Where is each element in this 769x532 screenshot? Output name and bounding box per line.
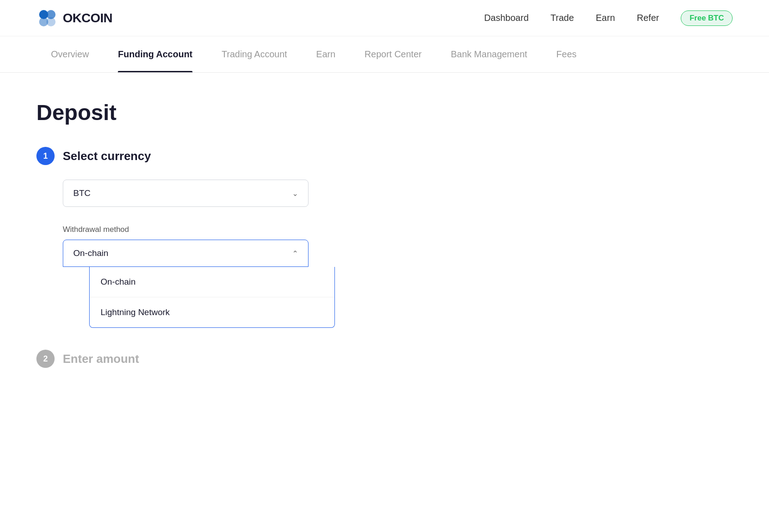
logo-text: OKCOIN — [63, 11, 112, 25]
withdrawal-option-on-chain[interactable]: On-chain — [90, 267, 334, 297]
currency-dropdown-value: BTC — [73, 188, 91, 198]
svg-point-3 — [46, 17, 56, 26]
header: OKCOIN Dashboard Trade Earn Refer Free B… — [0, 0, 769, 36]
sub-nav-trading-account[interactable]: Trading Account — [207, 36, 302, 72]
free-btc-button[interactable]: Free BTC — [681, 10, 733, 26]
step-1-number: 1 — [36, 147, 55, 165]
sub-nav-funding-account[interactable]: Funding Account — [103, 36, 207, 72]
step-2-header: 2 Enter amount — [36, 350, 373, 368]
withdrawal-method-chevron-icon: ⌃ — [292, 249, 298, 258]
sub-nav-bank-management[interactable]: Bank Management — [436, 36, 542, 72]
sub-nav-overview[interactable]: Overview — [36, 36, 103, 72]
sub-nav: Overview Funding Account Trading Account… — [0, 36, 769, 73]
withdrawal-method-section: Withdrawal method On-chain ⌃ On-chain Li… — [36, 225, 373, 328]
main-content: Deposit 1 Select currency BTC ⌄ Withdraw… — [0, 73, 410, 417]
logo-area: OKCOIN — [36, 7, 112, 29]
step-1-header: 1 Select currency — [36, 147, 373, 165]
okcoin-logo-icon — [36, 7, 58, 29]
currency-dropdown-chevron-icon: ⌄ — [292, 189, 298, 198]
nav-dashboard[interactable]: Dashboard — [484, 13, 529, 23]
step-2-number: 2 — [36, 350, 55, 368]
step-2-label: Enter amount — [63, 352, 139, 366]
nav-earn[interactable]: Earn — [596, 13, 615, 23]
step-1-label: Select currency — [63, 149, 151, 163]
withdrawal-method-dropdown-wrapper: On-chain ⌃ On-chain Lightning Network — [63, 240, 373, 328]
currency-dropdown-container: BTC ⌄ — [63, 180, 373, 207]
withdrawal-option-lightning-network[interactable]: Lightning Network — [90, 297, 334, 327]
nav-refer[interactable]: Refer — [637, 13, 659, 23]
withdrawal-method-label: Withdrawal method — [63, 225, 373, 234]
currency-dropdown[interactable]: BTC ⌄ — [63, 180, 309, 207]
sub-nav-earn[interactable]: Earn — [302, 36, 350, 72]
page-title: Deposit — [36, 100, 373, 125]
sub-nav-fees[interactable]: Fees — [542, 36, 591, 72]
withdrawal-method-value: On-chain — [73, 248, 108, 258]
sub-nav-report-center[interactable]: Report Center — [350, 36, 436, 72]
withdrawal-method-dropdown[interactable]: On-chain ⌃ — [63, 240, 309, 267]
nav-trade[interactable]: Trade — [551, 13, 574, 23]
step-2-section: 2 Enter amount — [36, 350, 373, 368]
step-1-section: 1 Select currency BTC ⌄ Withdrawal metho… — [36, 147, 373, 328]
withdrawal-method-menu: On-chain Lightning Network — [89, 267, 335, 328]
main-nav: Dashboard Trade Earn Refer Free BTC — [484, 10, 733, 26]
